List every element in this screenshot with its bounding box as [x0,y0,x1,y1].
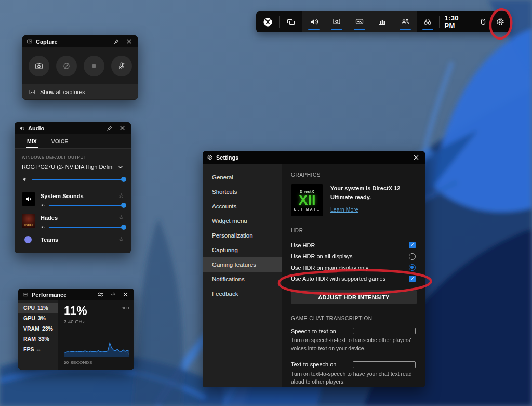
gear-icon [207,154,213,161]
record-last-30s-button[interactable] [56,56,77,76]
close-icon[interactable] [117,124,127,133]
sidebar-item-capturing[interactable]: Capturing [203,243,282,257]
use-hdr-row: Use HDR [291,240,417,251]
performance-widget-icon [22,292,29,298]
tab-mix[interactable]: MIX [22,135,42,148]
performance-titlebar[interactable]: Performance [18,289,134,300]
speaker-small-icon [22,176,28,182]
axis-max-label: 100 [122,306,129,310]
audio-titlebar[interactable]: Audio [15,122,131,134]
performance-widget: Performance CPU11% GPU3% VRAM23% RAM33% … [18,289,134,370]
pin-icon[interactable] [108,290,117,299]
use-hdr-checkbox[interactable] [409,242,416,248]
app-name: System Sounds [41,193,118,199]
app-volume-slider[interactable] [49,225,124,230]
cpu-frequency: 3.40 GHz [64,319,129,324]
text-to-speech-item: Text-to-speech on Turn on text-to-speech… [291,361,417,388]
game-chat-transcription-heading: GAME CHAT TRANSCRIPTION [291,316,417,321]
capture-widget-icon [26,38,33,45]
favorite-star-icon[interactable]: ☆ [118,214,124,221]
start-recording-button[interactable] [84,56,104,76]
widget-menu-icon [286,17,296,27]
clock: 1:30 PM [440,14,476,30]
microphone-off-button[interactable] [111,56,132,76]
options-sliders-icon[interactable] [96,290,105,299]
hdr-main-display-radio[interactable] [409,264,416,271]
app-row-teams: Teams ☆ [22,236,124,243]
speech-to-text-description: Turn on speech-to-text to transcribe oth… [291,336,417,353]
performance-chart-panel: 11% 3.40 GHz 100 0 60 SECONDS [58,300,134,370]
resources-widget-button[interactable] [394,11,417,32]
directx-ready-message: Your system is DirectX 12 Ultimate ready… [330,184,417,216]
hdr-all-displays-radio[interactable] [409,253,416,260]
learn-more-link[interactable]: Learn More [330,205,358,214]
metric-gpu[interactable]: GPU3% [18,313,58,323]
output-device-dropdown[interactable]: ROG PG27U (2- NVIDIA High Definition A..… [22,164,124,170]
tab-voice[interactable]: VOICE [46,135,74,148]
cpu-usage-sparkline [64,333,129,357]
capture-title: Capture [36,38,58,45]
close-icon[interactable] [121,290,130,299]
pin-icon[interactable] [105,124,114,133]
favorite-star-icon[interactable]: ☆ [118,192,124,199]
capture-widget: Capture [22,35,138,100]
directx-ultimate-badge: DirectX XII ULTIMATE [291,184,323,216]
audio-widget-button[interactable] [302,11,325,32]
system-sounds-icon [22,192,35,206]
master-volume-slider[interactable] [32,177,124,182]
sidebar-item-widget-menu[interactable]: Widget menu [203,214,282,228]
sidebar-item-shortcuts[interactable]: Shortcuts [203,185,282,199]
close-icon[interactable] [411,153,421,162]
settings-window: Settings General Shortcuts Accounts Widg… [203,151,425,387]
metric-ram[interactable]: RAM33% [18,334,58,344]
show-all-captures-button[interactable]: Show all captures [22,84,138,99]
audio-title: Audio [28,125,44,132]
settings-title: Settings [216,154,238,161]
settings-titlebar[interactable]: Settings [203,151,425,164]
hades-game-icon: HADES [22,214,35,228]
toolbar-right-segment: 1:30 PM [417,11,510,32]
cpu-usage-value: 11% [64,305,129,317]
people-icon [400,17,410,27]
sidebar-item-personalization[interactable]: Personalization [203,228,282,243]
pin-icon[interactable] [112,37,121,46]
settings-button[interactable] [490,11,510,32]
metric-fps[interactable]: FPS-- [18,344,58,355]
xbox-logo-icon [263,17,273,27]
screenshot-button[interactable] [29,56,49,76]
xbox-logo-button[interactable] [256,11,279,32]
metric-vram[interactable]: VRAM23% [18,323,58,334]
mouse-mode-button[interactable] [475,11,490,32]
broadcast-widget-button[interactable] [348,11,371,32]
output-label: WINDOWS DEFAULT OUTPUT [22,155,124,160]
speech-to-text-checkbox[interactable] [353,328,416,334]
text-to-speech-description: Turn on text-to-speech to have your chat… [291,370,417,387]
hdr-all-displays-row: Use HDR on all displays [291,251,417,263]
app-row-hades: HADES Hades ☆ [22,214,124,233]
sidebar-item-notifications[interactable]: Notifications [203,272,282,286]
hdr-heading: HDR [291,228,417,233]
capture-widget-button[interactable] [325,11,348,32]
teams-icon [24,236,32,243]
performance-widget-button[interactable] [371,11,394,32]
spotlight-widget-button[interactable] [417,11,439,32]
capture-titlebar[interactable]: Capture [22,35,138,47]
close-icon[interactable] [124,37,134,46]
sidebar-item-feedback[interactable]: Feedback [203,286,282,301]
sidebar-item-gaming-features[interactable]: Gaming features [203,257,282,272]
game-bar-toolbar: 1:30 PM [256,11,510,32]
auto-hdr-row: Use Auto HDR with supported games [291,273,417,285]
audio-widget-icon [19,125,25,132]
auto-hdr-checkbox[interactable] [409,276,416,282]
metric-cpu[interactable]: CPU11% [18,303,58,313]
sidebar-item-general[interactable]: General [203,170,282,185]
binoculars-icon [422,17,433,27]
capture-buttons [22,47,138,84]
sidebar-item-accounts[interactable]: Accounts [203,199,282,214]
toolbar-left-segment [256,11,302,32]
favorite-star-icon[interactable]: ☆ [118,236,124,243]
widget-menu-button[interactable] [280,11,302,32]
text-to-speech-checkbox[interactable] [353,361,416,368]
adjust-hdr-intensity-button[interactable]: ADJUST HDR INTENSITY [291,290,417,304]
app-volume-slider[interactable] [49,203,124,208]
